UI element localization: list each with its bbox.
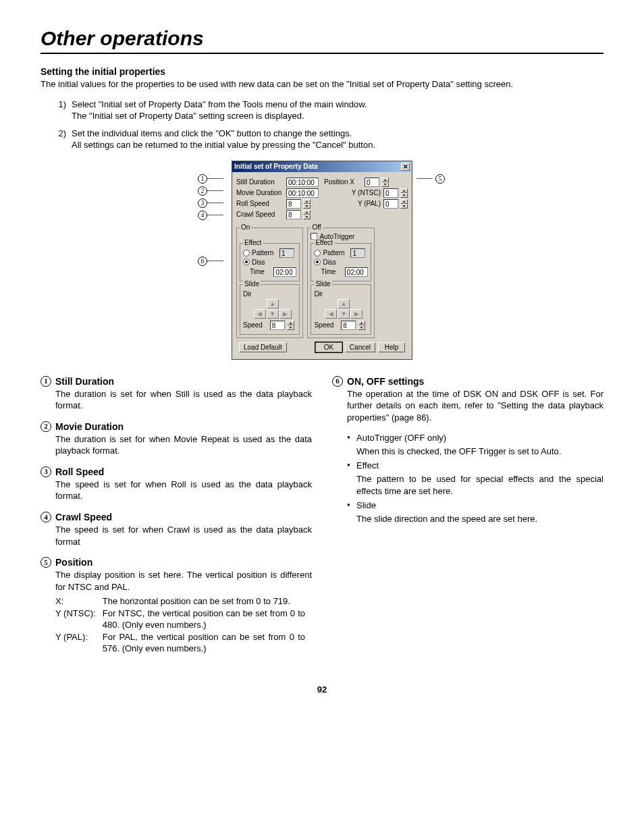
off-pattern-radio[interactable] xyxy=(314,250,321,257)
circle-6-icon: 6 xyxy=(332,376,343,387)
off-time-input[interactable]: 02:00 xyxy=(345,267,368,277)
step-text: Select "Initial set of Property Data" fr… xyxy=(72,99,367,109)
dir-label: Dir xyxy=(243,290,252,298)
crawl-speed-label: Crawl Speed xyxy=(236,211,284,218)
roll-speed-label: Roll Speed xyxy=(236,200,284,207)
entry-2-body: The duration is set for when Movie Repea… xyxy=(55,433,312,457)
bullet-title: Effect xyxy=(356,460,379,470)
effect-legend: Effect xyxy=(243,239,263,246)
arrow-up-icon[interactable]: ▲ xyxy=(267,299,279,308)
sub-value: For NTSC, the vertical position can be s… xyxy=(103,608,312,631)
bullet-desc: When this is checked, the OFF Trigger is… xyxy=(356,446,603,458)
cancel-button[interactable]: Cancel xyxy=(345,342,375,352)
callout-5: 5 xyxy=(435,174,445,184)
arrow-right-icon[interactable]: ▶ xyxy=(279,309,292,319)
off-pattern-input[interactable]: 1 xyxy=(350,248,365,258)
off-slide-speed-input[interactable]: 8 xyxy=(341,321,356,330)
on-group: On Effect Pattern 1 Diss Time 02:00 Slid… xyxy=(236,227,303,338)
time-label: Time xyxy=(321,268,336,275)
sub-key: Y (NTSC): xyxy=(55,608,103,631)
y-ntsc-spinner[interactable]: ▴▾ xyxy=(400,188,408,198)
entry-6-body: The operation at the time of DSK ON and … xyxy=(347,389,603,423)
y-pal-input[interactable]: 0 xyxy=(383,199,398,209)
sub-value: For PAL, the vertical position can be se… xyxy=(103,631,312,655)
y-pal-label: Y (PAL) xyxy=(358,200,381,207)
entry-1-title: Still Duration xyxy=(55,376,114,387)
crawl-speed-input[interactable]: 8 xyxy=(286,210,301,219)
pattern-label: Pattern xyxy=(323,249,344,257)
dir-label: Dir xyxy=(314,290,323,298)
diss-label: Diss xyxy=(252,259,265,266)
arrow-down-icon[interactable]: ▼ xyxy=(338,309,350,319)
ok-button[interactable]: OK xyxy=(315,342,342,352)
callout-3: 3 xyxy=(198,198,207,208)
entry-5-title: Position xyxy=(55,557,92,568)
off-effect-group: Effect Pattern 1 Diss Time 02:00 xyxy=(311,243,371,281)
circle-5-icon: 5 xyxy=(41,557,51,568)
help-button[interactable]: Help xyxy=(378,342,405,352)
slide-legend: Slide xyxy=(243,280,261,288)
still-duration-input[interactable]: 00:10:00 xyxy=(286,178,319,187)
crawl-speed-spinner[interactable]: ▴▾ xyxy=(303,210,311,219)
on-diss-radio[interactable] xyxy=(243,259,250,265)
entry-4-body: The speed is set for when Crawl is used … xyxy=(55,524,312,547)
on-time-input[interactable]: 02:00 xyxy=(273,267,296,277)
off-group: Off AutoTrigger Effect Pattern 1 Diss Ti… xyxy=(307,227,374,338)
arrow-up-icon[interactable]: ▲ xyxy=(338,299,350,308)
speed-label: Speed xyxy=(243,321,263,329)
still-duration-label: Still Duration xyxy=(236,178,284,186)
position-x-spinner[interactable]: ▴▾ xyxy=(381,178,389,187)
movie-duration-input[interactable]: 00:10:00 xyxy=(286,188,319,198)
callout-1: 1 xyxy=(198,174,207,184)
y-ntsc-label: Y (NTSC) xyxy=(352,189,381,196)
position-x-input[interactable]: 0 xyxy=(365,178,379,187)
entry-6-title: ON, OFF settings xyxy=(347,376,424,387)
position-sub-table: X:The horizontal position can be set fro… xyxy=(55,595,312,655)
bullet-title: Slide xyxy=(356,500,376,510)
pattern-label: Pattern xyxy=(252,249,273,257)
step-text: All settings can be returned to the init… xyxy=(72,140,375,150)
dialog-titlebar: Initial set of Property Data ✕ xyxy=(232,161,412,172)
effect-legend: Effect xyxy=(314,239,333,246)
time-label: Time xyxy=(250,268,265,275)
sub-value: The horizontal position can be set from … xyxy=(103,595,312,608)
y-pal-spinner[interactable]: ▴▾ xyxy=(400,199,408,209)
entry-6-bullets: AutoTrigger (OFF only)When this is check… xyxy=(347,432,603,524)
bullet-title: AutoTrigger (OFF only) xyxy=(356,433,446,443)
section-heading: Setting the initial properties xyxy=(41,66,603,77)
movie-duration-label: Movie Duration xyxy=(236,189,284,196)
on-slide-speed-input[interactable]: 8 xyxy=(270,321,285,330)
on-direction-arrows[interactable]: ▲ ◀▼▶ xyxy=(248,299,296,319)
on-pattern-radio[interactable] xyxy=(243,250,250,257)
roll-speed-input[interactable]: 8 xyxy=(286,199,301,209)
steps-list: 1) Select "Initial set of Property Data"… xyxy=(54,99,603,151)
page-title: Other operations xyxy=(41,27,603,54)
diss-label: Diss xyxy=(323,259,336,266)
off-diss-radio[interactable] xyxy=(314,259,321,265)
entry-3-title: Roll Speed xyxy=(55,466,104,477)
speed-label: Speed xyxy=(314,321,333,329)
entry-4-title: Crawl Speed xyxy=(55,512,112,522)
arrow-left-icon[interactable]: ◀ xyxy=(325,309,337,319)
page-number: 92 xyxy=(41,684,603,695)
close-button[interactable]: ✕ xyxy=(401,163,410,171)
on-slide-speed-spinner[interactable]: ▴▾ xyxy=(287,321,294,330)
bullet-desc: The slide direction and the speed are se… xyxy=(356,513,603,525)
step-text: Set the individual items and click the "… xyxy=(72,128,352,138)
load-default-button[interactable]: Load Default xyxy=(239,342,287,352)
circle-2-icon: 2 xyxy=(41,421,51,432)
on-pattern-input[interactable]: 1 xyxy=(279,248,294,258)
circle-4-icon: 4 xyxy=(41,512,51,522)
y-ntsc-input[interactable]: 0 xyxy=(383,188,398,198)
off-slide-speed-spinner[interactable]: ▴▾ xyxy=(358,321,365,330)
arrow-down-icon[interactable]: ▼ xyxy=(267,309,279,319)
callout-4: 4 xyxy=(198,211,207,220)
roll-speed-spinner[interactable]: ▴▾ xyxy=(303,199,311,209)
section-intro: The initial values for the properties to… xyxy=(41,78,603,90)
position-x-label: Position X xyxy=(324,178,362,186)
entry-5-body: The display position is set here. The ve… xyxy=(55,570,312,592)
arrow-left-icon[interactable]: ◀ xyxy=(254,309,266,319)
entry-3-body: The speed is set for when Roll is used a… xyxy=(55,479,312,502)
off-direction-arrows[interactable]: ▲ ◀▼▶ xyxy=(319,299,367,319)
arrow-right-icon[interactable]: ▶ xyxy=(350,309,363,319)
